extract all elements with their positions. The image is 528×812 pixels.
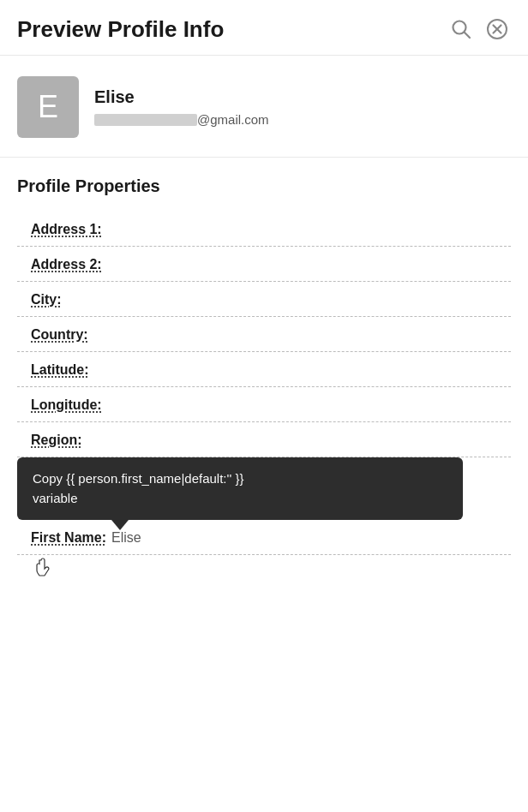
property-label-country: Country: bbox=[31, 327, 88, 342]
property-value-firstname: Elise bbox=[111, 530, 141, 546]
property-label-address1: Address 1: bbox=[31, 222, 102, 236]
header: Preview Profile Info bbox=[0, 0, 528, 56]
profile-info: Elise @gmail.com bbox=[94, 87, 269, 127]
tooltip-text-line2: variable bbox=[33, 491, 78, 505]
profile-name: Elise bbox=[94, 87, 269, 107]
property-label-address2: Address 2: bbox=[31, 257, 102, 272]
cursor-area bbox=[17, 555, 511, 581]
profile-email: @gmail.com bbox=[94, 112, 269, 127]
header-icons bbox=[447, 15, 511, 43]
property-label-longitude: Longitude: bbox=[31, 397, 102, 412]
email-suffix: @gmail.com bbox=[197, 112, 269, 127]
tooltip-container: Copy {{ person.first_name|default:'' }} … bbox=[0, 457, 528, 520]
property-row: City: bbox=[17, 282, 511, 317]
search-button[interactable] bbox=[447, 15, 475, 43]
close-icon bbox=[486, 18, 508, 40]
property-row: Country: bbox=[17, 317, 511, 352]
page-title: Preview Profile Info bbox=[17, 16, 224, 43]
profile-section: E Elise @gmail.com bbox=[0, 56, 528, 158]
property-label-region: Region: bbox=[31, 433, 82, 447]
property-label-firstname: First Name: bbox=[31, 530, 106, 546]
property-row: Address 1: bbox=[17, 212, 511, 247]
svg-line-1 bbox=[465, 33, 470, 38]
property-row: Latitude: bbox=[17, 352, 511, 387]
email-redacted bbox=[94, 114, 197, 126]
section-title: Profile Properties bbox=[17, 176, 511, 196]
property-label-city: City: bbox=[31, 292, 62, 307]
property-row-firstname: First Name: Elise bbox=[17, 520, 511, 555]
search-icon bbox=[450, 18, 472, 40]
property-row: Address 2: bbox=[17, 247, 511, 282]
cursor-icon bbox=[31, 557, 55, 581]
properties-section: Profile Properties Address 1: Address 2:… bbox=[0, 158, 528, 457]
property-label-latitude: Latitude: bbox=[31, 362, 89, 377]
avatar-letter: E bbox=[38, 89, 58, 125]
avatar: E bbox=[17, 76, 79, 138]
tooltip-text-line1: Copy {{ person.first_name|default:'' }} bbox=[33, 471, 243, 486]
property-row: Region: bbox=[17, 422, 511, 457]
close-button[interactable] bbox=[483, 15, 511, 43]
property-row: Longitude: bbox=[17, 387, 511, 422]
tooltip-box: Copy {{ person.first_name|default:'' }} … bbox=[17, 457, 463, 520]
